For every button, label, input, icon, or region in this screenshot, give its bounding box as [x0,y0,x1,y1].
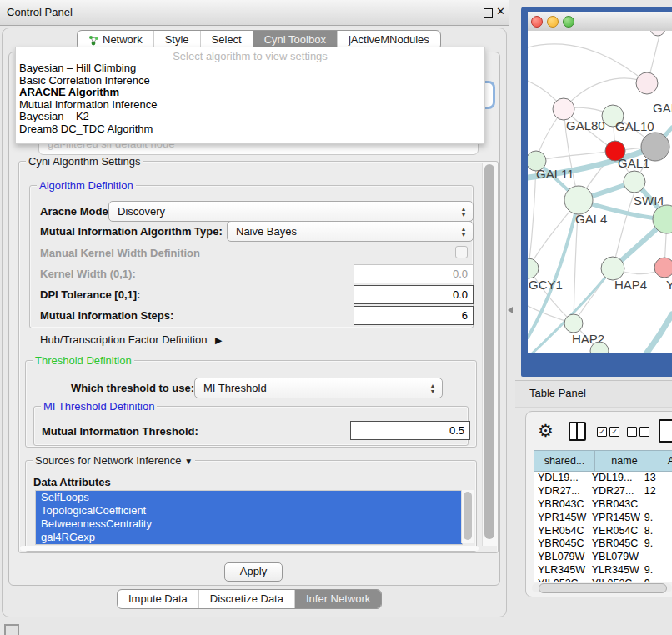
network-node-swi4[interactable] [624,171,645,192]
network-node-y[interactable] [654,258,672,278]
mi-threshold-label: Mutual Information Threshold: [42,425,198,438]
network-node-gal80[interactable] [553,98,574,120]
apply-button[interactable]: Apply [224,562,283,582]
threshold-definition-title: Threshold Definition [33,354,134,367]
deselect-all-columns-icon[interactable] [627,427,649,437]
tab-discretize-data[interactable]: Discretize Data [199,590,295,608]
kernel-width-label: Kernel Width (0,1): [40,268,136,280]
data-attribute-item[interactable]: SelfLoops [36,491,462,504]
tab-cyni-toolbox[interactable]: Cyni Toolbox [253,31,338,49]
cyni-algorithm-settings-title: Cyni Algorithm Settings [26,155,143,168]
data-attributes-items: SelfLoops TopologicalCoefficient Between… [36,491,462,544]
settings-scrollbar-thumb[interactable] [484,164,494,539]
splitter-collapse-arrow[interactable] [508,307,513,313]
table-body[interactable]: YDL19... YDL19... 13 YDR27... YDR27... 1… [534,472,672,582]
zoom-window-icon[interactable] [563,16,574,28]
algorithm-dropdown-item[interactable]: Dream8 DC_TDC Algorithm [16,123,484,136]
attributes-scrollbar[interactable] [461,490,474,543]
table-row[interactable]: YBL079W YBL079W [534,551,672,564]
settings-hscrollbar[interactable] [20,546,479,551]
table-row[interactable]: YPR145W YPR145W 9. [534,512,672,525]
data-attribute-item[interactable]: BetweennessCentrality [36,518,462,531]
table-row[interactable]: YIL052C YIL052C 9. [534,578,672,582]
network-node-label: GAL [653,101,672,115]
kernel-width-field[interactable]: 0.0 [354,264,474,283]
tab-network[interactable]: Network [78,31,154,49]
which-threshold-label: Which threshold to use: [71,382,194,394]
expand-arrow-icon: ▶ [215,335,222,345]
attributes-scrollbar-thumb[interactable] [464,492,472,540]
network-node-label: GAL10 [615,119,654,133]
settings-scrollbar[interactable] [482,162,497,546]
dpi-tolerance-label: DPI Tolerance [0,1]: [40,288,140,301]
data-attribute-item[interactable]: TopologicalCoefficient [36,504,462,518]
combo-stepper-icon: ▲▼ [458,226,469,238]
algorithm-dropdown-item[interactable]: ARACNE Algorithm [16,87,484,99]
bottom-tabbar: Impute Data Discretize Data Infer Networ… [117,589,382,609]
tab-select[interactable]: Select [201,31,253,49]
minimize-window-icon[interactable] [547,16,559,28]
network-node[interactable] [650,31,665,36]
mi-type-label: Mutual Information Algorithm Type: [40,225,223,238]
network-node-gcy1[interactable] [528,258,539,278]
network-node-hap2[interactable] [564,314,583,332]
table-row[interactable]: YDL19... YDL19... 13 [534,472,672,485]
algorithm-definition-title: Algorithm Definition [37,179,136,192]
network-node-label: Y [666,278,672,292]
close-window-icon[interactable] [531,16,543,28]
collapse-arrow-icon[interactable]: ▼ [184,457,193,466]
column-header-name[interactable]: name [594,450,654,472]
mi-steps-label: Mutual Information Steps: [40,309,173,322]
mi-type-combo[interactable]: Naive Bayes ▲▼ [227,221,474,242]
table-hscrollbar-thumb[interactable] [539,583,667,593]
tab-infer-network[interactable]: Infer Network [295,590,381,608]
network-node-gal[interactable] [636,72,658,94]
tab-impute-data[interactable]: Impute Data [118,590,199,608]
dpi-tolerance-field[interactable]: 0.0 [354,285,474,304]
tab-style[interactable]: Style [154,31,201,49]
data-attribute-item[interactable]: gal4RGexp [36,531,462,544]
table-panel-title: Table Panel [529,387,586,399]
network-node-label: GCY1 [529,278,563,292]
algorithm-dropdown-item[interactable]: Basic Correlation Inference [16,75,484,88]
network-node-gal4[interactable] [564,186,593,214]
table-row[interactable]: YER054C YER054C 8. [534,525,672,538]
mi-threshold-title: MI Threshold Definition [41,400,157,412]
hub-definition-toggle[interactable]: Hub/Transcription Factor Definition ▶ [40,333,222,346]
table-header-row: shared... name A [534,450,672,472]
close-panel-icon[interactable]: ✕ [496,5,505,18]
table-row[interactable]: YBR043C YBR043C [534,498,672,512]
table-row[interactable]: YBR045C YBR045C 9. [534,538,672,551]
gear-icon[interactable]: ⚙ [538,421,554,441]
table-row[interactable]: YLR345W YLR345W 9. [534,564,672,578]
which-threshold-combo[interactable]: MI Threshold ▲▼ [194,378,443,398]
float-panel-icon[interactable] [484,8,493,18]
network-canvas[interactable]: GALGAL80GAL10GAL1GAL11SWI4GAL4GCY1HAP4YH… [528,31,672,353]
network-node-hap4[interactable] [601,257,624,280]
mi-threshold-field[interactable]: 0.5 [350,421,470,440]
network-node-label: HAP2 [572,332,604,346]
algorithm-dropdown-item[interactable]: Mutual Information Inference [16,99,484,112]
manual-kernel-checkbox[interactable] [455,246,468,258]
column-header-partial[interactable]: A [654,450,672,472]
control-panel-title: Control Panel [7,6,73,18]
tab-network-label: Network [103,31,143,49]
mi-steps-field[interactable]: 6 [354,306,474,325]
sources-title-wrap: Sources for Network Inference ▼ [33,454,195,467]
docked-panel-icon[interactable] [4,624,19,635]
algorithm-dropdown-list: Select algorithm to view settings Bayesi… [15,48,485,144]
network-node-label: GAL4 [575,212,607,226]
combo-stepper-icon: ▲▼ [458,206,469,218]
column-header-shared[interactable]: shared... [534,450,594,472]
select-all-columns-icon[interactable]: ✓✓ [597,427,619,437]
new-table-icon[interactable] [659,419,672,442]
tab-jactivemnodules[interactable]: jActiveMNodules [338,31,440,49]
algorithm-dropdown-item[interactable]: Bayesian – K2 [16,111,484,123]
network-node-label: GAL1 [618,156,649,170]
table-row[interactable]: YDR27... YDR27... 12 [534,485,672,498]
split-columns-icon[interactable] [569,422,586,441]
aracne-mode-combo[interactable]: Discovery ▲▼ [108,201,474,222]
network-node-label: SWI4 [634,193,664,208]
algorithm-dropdown-item[interactable]: Bayesian – Hill Climbing [16,62,484,75]
control-panel-titlebar [0,0,509,26]
